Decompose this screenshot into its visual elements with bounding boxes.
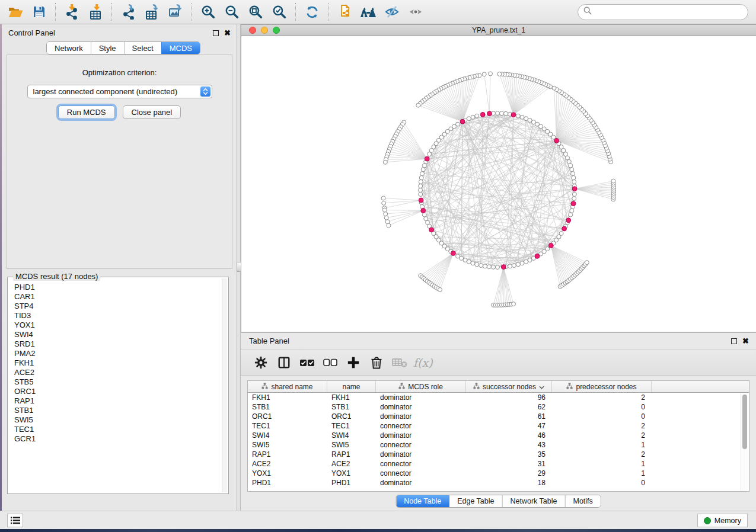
cell-predecessor-nodes[interactable]: 2 xyxy=(552,431,652,440)
cell-successor-nodes[interactable]: 43 xyxy=(466,440,552,450)
cell-predecessor-nodes[interactable]: 0 xyxy=(552,412,652,421)
table-row[interactable]: YOX1YOX1connector291 xyxy=(248,469,741,478)
mcds-result-list[interactable]: PHD1CAR1STP4TID3YOX1SWI4SRD1PMA2FKH1ACE2… xyxy=(9,279,221,492)
search-input[interactable] xyxy=(595,6,748,18)
mcds-result-item[interactable]: STP4 xyxy=(14,302,221,311)
cell-predecessor-nodes[interactable]: 2 xyxy=(552,421,652,431)
mcds-result-item[interactable]: CAR1 xyxy=(14,292,221,302)
tab-network[interactable]: Network xyxy=(47,42,91,54)
mcds-result-item[interactable]: STB5 xyxy=(14,377,221,387)
cell-successor-nodes[interactable]: 31 xyxy=(466,459,552,469)
cell-predecessor-nodes[interactable]: 0 xyxy=(552,402,652,412)
export-table-icon[interactable] xyxy=(140,1,164,23)
mcds-result-item[interactable]: GCR1 xyxy=(14,434,221,444)
cell-name[interactable]: YOX1 xyxy=(327,469,376,478)
cell-shared-name[interactable]: RAP1 xyxy=(248,450,327,459)
add-column-icon[interactable] xyxy=(342,352,365,373)
cell-predecessor-nodes[interactable]: 2 xyxy=(552,393,652,402)
cell-successor-nodes[interactable]: 61 xyxy=(466,412,552,421)
cell-shared-name[interactable]: FKH1 xyxy=(248,393,327,402)
zoom-out-icon[interactable] xyxy=(220,1,244,23)
float-panel-icon[interactable] xyxy=(213,30,219,36)
save-session-icon[interactable] xyxy=(27,1,51,23)
cell-name[interactable]: SWI4 xyxy=(327,431,376,440)
cell-successor-nodes[interactable]: 96 xyxy=(466,393,552,402)
mcds-result-item[interactable]: ORC1 xyxy=(14,387,221,396)
task-list-button[interactable] xyxy=(7,514,23,527)
column-header-predecessor-nodes[interactable]: predecessor nodes xyxy=(552,381,652,392)
cell-MCDS-role[interactable]: connector xyxy=(376,421,466,431)
search-box[interactable] xyxy=(578,4,748,20)
tab-style[interactable]: Style xyxy=(91,42,124,54)
network-window-titlebar[interactable]: YPA_prune.txt_1 xyxy=(241,25,756,36)
cell-MCDS-role[interactable]: connector xyxy=(376,440,466,450)
cell-MCDS-role[interactable]: dominator xyxy=(376,412,466,421)
mcds-result-item[interactable]: TEC1 xyxy=(14,425,221,434)
mcds-result-item[interactable]: TID3 xyxy=(14,311,221,321)
column-header-name[interactable]: name xyxy=(327,381,376,392)
cell-shared-name[interactable]: SWI5 xyxy=(248,440,327,450)
cell-MCDS-role[interactable]: dominator xyxy=(376,478,466,488)
export-network-icon[interactable] xyxy=(116,1,140,23)
export-image-icon[interactable] xyxy=(164,1,187,23)
table-row[interactable]: ACE2ACE2connector311 xyxy=(248,459,741,469)
cell-MCDS-role[interactable]: connector xyxy=(376,459,466,469)
mcds-result-item[interactable]: RAP1 xyxy=(14,396,221,406)
table-row[interactable]: ORC1ORC1dominator610 xyxy=(248,412,741,421)
cell-shared-name[interactable]: ORC1 xyxy=(248,412,327,421)
import-table-icon[interactable] xyxy=(84,1,107,23)
memory-button[interactable]: Memory xyxy=(697,514,748,527)
mcds-result-item[interactable]: YOX1 xyxy=(14,321,221,330)
deselect-all-icon[interactable] xyxy=(318,352,342,373)
cell-shared-name[interactable]: ACE2 xyxy=(248,459,327,469)
network-canvas[interactable] xyxy=(241,36,755,332)
table-scrollbar[interactable] xyxy=(741,393,748,491)
tab-node-table[interactable]: Node Table xyxy=(396,495,449,507)
open-file-icon[interactable] xyxy=(4,1,27,23)
column-header-MCDS-role[interactable]: MCDS role xyxy=(376,381,466,392)
tab-select[interactable]: Select xyxy=(124,42,161,54)
mcds-result-item[interactable]: SWI5 xyxy=(14,415,221,425)
cell-shared-name[interactable]: STB1 xyxy=(248,402,327,412)
delete-column-icon[interactable] xyxy=(365,352,388,373)
cell-name[interactable]: SWI5 xyxy=(327,440,376,450)
table-row[interactable]: SWI5SWI5connector431 xyxy=(248,440,741,450)
cell-name[interactable]: FKH1 xyxy=(327,393,376,402)
cell-successor-nodes[interactable]: 35 xyxy=(466,450,552,459)
column-header-shared-name[interactable]: shared name xyxy=(248,381,327,392)
table-row[interactable]: SWI4SWI4dominator462 xyxy=(248,431,741,440)
zoom-selected-icon[interactable] xyxy=(267,1,291,23)
close-panel-icon[interactable]: ✖ xyxy=(224,30,231,36)
zoom-in-icon[interactable] xyxy=(196,1,220,23)
cell-name[interactable]: PHD1 xyxy=(327,478,376,488)
table-row[interactable]: RAP1RAP1dominator352 xyxy=(248,450,741,459)
column-layout-icon[interactable] xyxy=(272,352,295,373)
table-row[interactable]: STB1STB1dominator620 xyxy=(248,402,741,412)
table-row[interactable]: TEC1TEC1connector472 xyxy=(248,421,741,431)
cell-predecessor-nodes[interactable]: 2 xyxy=(552,450,652,459)
cell-shared-name[interactable]: PHD1 xyxy=(248,478,327,488)
cell-MCDS-role[interactable]: dominator xyxy=(376,431,466,440)
mcds-result-scrollbar[interactable] xyxy=(222,278,227,492)
import-network-icon[interactable] xyxy=(60,1,84,23)
cell-predecessor-nodes[interactable]: 1 xyxy=(552,459,652,469)
clone-network-icon[interactable] xyxy=(333,1,356,23)
cell-predecessor-nodes[interactable]: 1 xyxy=(552,440,652,450)
cell-name[interactable]: TEC1 xyxy=(327,421,376,431)
mcds-result-item[interactable]: PHD1 xyxy=(14,283,221,292)
criterion-dropdown[interactable]: largest connected component (undirected) xyxy=(27,85,212,98)
zoom-fit-icon[interactable] xyxy=(244,1,267,23)
run-mcds-button[interactable]: Run MCDS xyxy=(58,105,115,119)
tab-mcds[interactable]: MCDS xyxy=(161,42,200,54)
column-header-successor-nodes[interactable]: successor nodes xyxy=(466,381,552,392)
mcds-result-item[interactable]: PMA2 xyxy=(14,349,221,358)
close-table-panel-icon[interactable]: ✖ xyxy=(742,338,749,344)
mcds-result-item[interactable]: SWI4 xyxy=(14,330,221,339)
cell-predecessor-nodes[interactable]: 1 xyxy=(552,469,652,478)
cell-name[interactable]: ORC1 xyxy=(327,412,376,421)
cell-shared-name[interactable]: SWI4 xyxy=(248,431,327,440)
hide-graphics-icon[interactable] xyxy=(380,1,404,23)
cell-MCDS-role[interactable]: dominator xyxy=(376,450,466,459)
cell-successor-nodes[interactable]: 46 xyxy=(466,431,552,440)
cell-shared-name[interactable]: TEC1 xyxy=(248,421,327,431)
